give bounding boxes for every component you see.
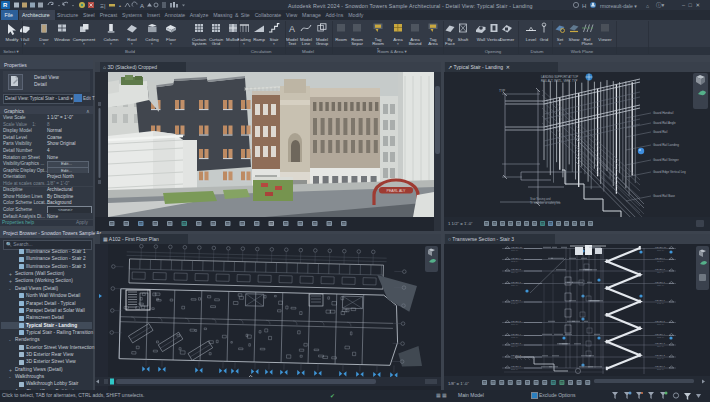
svg-text:▾: ▾	[83, 42, 85, 46]
svg-text:Opening: Opening	[485, 49, 502, 54]
svg-text:▾: ▾	[110, 42, 112, 46]
svg-text:Select ▾: Select ▾	[3, 49, 19, 54]
svg-text:Build: Build	[125, 49, 135, 54]
svg-text:Wall: Wall	[477, 37, 485, 42]
svg-text:124'-0": 124'-0"	[657, 271, 664, 273]
svg-text:196'-0": 196'-0"	[657, 357, 664, 359]
svg-text:Model: Model	[302, 49, 314, 54]
svg-text:Roof: Roof	[127, 37, 137, 42]
svg-text:Bound: Bound	[409, 41, 422, 46]
svg-text:•: •	[119, 3, 121, 9]
svg-text:Viewer: Viewer	[598, 37, 612, 42]
svg-text:TYP: TYP	[499, 89, 505, 93]
svg-text:A: A	[289, 24, 295, 34]
svg-text:Grid: Grid	[540, 37, 549, 42]
svg-text:Dormer: Dormer	[500, 37, 515, 42]
svg-text:Room: Room	[335, 37, 347, 42]
svg-text:▾: ▾	[273, 42, 275, 46]
svg-text:100'-0": 100'-0"	[657, 249, 664, 251]
svg-text:Set: Set	[557, 37, 564, 42]
svg-text:Column: Column	[103, 37, 119, 42]
svg-text:▾: ▾	[131, 42, 133, 46]
svg-text:Guard Handrail: Guard Handrail	[653, 111, 674, 115]
svg-text:Room & Area ▾: Room & Area ▾	[377, 49, 407, 54]
svg-text:112'-0": 112'-0"	[657, 260, 664, 262]
svg-text:Face: Face	[445, 41, 455, 46]
svg-text:172'-0": 172'-0"	[657, 336, 664, 338]
svg-text:124'-0": 124'-0"	[511, 271, 518, 273]
svg-text:▾: ▾	[43, 42, 45, 46]
svg-text:Shaft: Shaft	[458, 37, 469, 42]
svg-text:▾: ▾	[559, 42, 561, 46]
svg-text:RAIL ALT. INSTL. VERT. TYP: RAIL ALT. INSTL. VERT. TYP	[541, 79, 578, 83]
svg-text:Grid: Grid	[212, 41, 221, 46]
svg-text:▾: ▾	[151, 42, 153, 46]
svg-text:Area: Area	[428, 41, 438, 46]
svg-text:A: A	[140, 3, 144, 9]
svg-text:Tr. member at safety line: Tr. member at safety line	[530, 201, 561, 205]
svg-text:Door: Door	[39, 37, 49, 42]
svg-text:100'-0": 100'-0"	[511, 249, 518, 251]
svg-text:Level: Level	[526, 37, 537, 42]
svg-text:160'-0": 160'-0"	[511, 323, 518, 325]
svg-text:148'-0": 148'-0"	[657, 302, 664, 304]
svg-text:Guard Rail Stringer: Guard Rail Stringer	[653, 158, 679, 162]
svg-text:Ramp: Ramp	[253, 37, 265, 42]
svg-text:112'-0": 112'-0"	[511, 260, 518, 262]
svg-text:Line: Line	[302, 41, 311, 46]
svg-text:Plane: Plane	[581, 41, 593, 46]
svg-text:208'-0": 208'-0"	[657, 368, 664, 370]
svg-text:Room: Room	[372, 41, 384, 46]
svg-text:▾: ▾	[170, 42, 172, 46]
svg-text:▾: ▾	[397, 42, 399, 46]
svg-text:Guard Rail: Guard Rail	[653, 130, 668, 134]
svg-text:Floor: Floor	[166, 37, 177, 42]
svg-text:▾: ▾	[243, 42, 245, 46]
svg-text:136'-0": 136'-0"	[511, 284, 518, 286]
svg-text:Modify: Modify	[6, 37, 20, 42]
svg-text:Stair: Stair	[269, 37, 279, 42]
svg-text:172'-0": 172'-0"	[511, 336, 518, 338]
svg-text:Group: Group	[316, 41, 329, 46]
svg-text:184'-0": 184'-0"	[657, 345, 664, 347]
svg-text:Guard Rail Angle: Guard Rail Angle	[653, 121, 676, 125]
svg-text:Show: Show	[569, 37, 581, 42]
svg-text:Area: Area	[393, 37, 403, 42]
svg-text:Ξ|: Ξ|	[100, 3, 106, 9]
svg-text:148'-0": 148'-0"	[511, 302, 518, 304]
svg-text:136'-0": 136'-0"	[657, 284, 664, 286]
svg-text:Guard Edge Vertical Leg: Guard Edge Vertical Leg	[653, 170, 686, 174]
svg-text:▾: ▾	[24, 42, 26, 46]
svg-text:Guard Rail Landing: Guard Rail Landing	[653, 143, 679, 147]
svg-text:184'-0": 184'-0"	[511, 345, 518, 347]
svg-text:Work Plane: Work Plane	[571, 49, 594, 54]
svg-text:Component: Component	[73, 37, 96, 42]
svg-text:Window: Window	[54, 37, 70, 42]
svg-text:1/8” = 1’-0”: 1/8” = 1’-0”	[448, 381, 469, 386]
svg-text:Separ: Separ	[351, 41, 363, 46]
svg-text:Ceiling: Ceiling	[145, 37, 159, 42]
svg-text:1 1/2” = 1’-0”: 1 1/2” = 1’-0”	[448, 221, 473, 226]
svg-text:PEARL ALY: PEARL ALY	[387, 189, 407, 193]
svg-text:Circulation: Circulation	[251, 49, 272, 54]
svg-text:160'-0": 160'-0"	[657, 323, 664, 325]
svg-text:208'-0": 208'-0"	[511, 368, 518, 370]
svg-text:Guard Rail Base: Guard Rail Base	[653, 194, 675, 198]
svg-text:H: H	[582, 3, 586, 9]
svg-text:Datum: Datum	[531, 49, 544, 54]
svg-text:Text: Text	[288, 41, 297, 46]
svg-text:System: System	[192, 41, 207, 46]
